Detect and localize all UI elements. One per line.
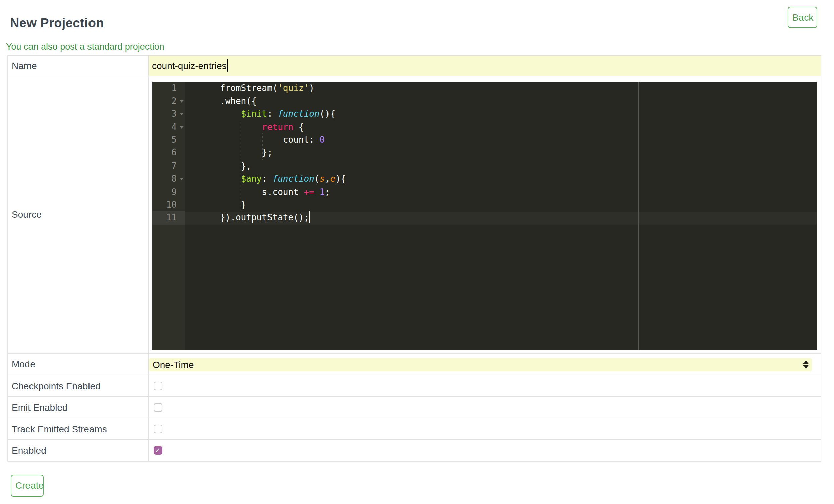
- source-row: Source 1 2 3 4 5 6 7 8 9 10 11: [8, 76, 820, 353]
- emit-enabled-checkbox[interactable]: [153, 403, 162, 412]
- fold-arrow-icon[interactable]: [180, 113, 184, 116]
- enabled-row: Enabled ✓: [8, 440, 820, 461]
- mode-select-value: One-Time: [153, 359, 194, 370]
- gutter-line-number: 6: [152, 147, 185, 159]
- checkpoints-enabled-checkbox[interactable]: [153, 381, 162, 390]
- mode-select[interactable]: One-Time: [149, 357, 812, 371]
- code-line: };: [220, 147, 816, 159]
- gutter-line-number: 10: [152, 198, 185, 212]
- mode-row: Mode One-Time: [8, 353, 820, 375]
- new-projection-page: New Projection Back You can also post a …: [0, 0, 834, 504]
- fold-arrow-icon[interactable]: [180, 178, 184, 180]
- code-line: fromStream('quiz'): [220, 82, 816, 94]
- projection-form-table: Name count-quiz-entries Source 1 2 3 4 5…: [7, 54, 821, 462]
- select-arrows-icon: [803, 360, 808, 369]
- code-line: $init: function(){: [220, 108, 816, 120]
- name-label: Name: [8, 55, 149, 76]
- gutter-line-number: 4: [152, 120, 185, 133]
- checkpoints-enabled-label: Checkpoints Enabled: [8, 375, 149, 396]
- code-line: count: 0: [220, 133, 816, 147]
- back-button[interactable]: Back: [788, 7, 817, 28]
- text-cursor: [227, 59, 228, 72]
- editor-content: fromStream('quiz') .when({ $init: functi…: [185, 82, 816, 350]
- enabled-checkbox[interactable]: ✓: [153, 446, 162, 455]
- name-row: Name count-quiz-entries: [8, 55, 820, 76]
- checkpoints-enabled-row: Checkpoints Enabled: [8, 375, 820, 397]
- fold-arrow-icon[interactable]: [180, 126, 184, 128]
- page-title: New Projection: [10, 16, 104, 30]
- name-input-value: count-quiz-entries: [152, 60, 226, 71]
- create-button[interactable]: Create: [11, 475, 44, 496]
- emit-enabled-row: Emit Enabled: [8, 397, 820, 418]
- code-line: }: [220, 198, 816, 212]
- gutter-line-number: 8: [152, 172, 185, 185]
- code-line: s.count += 1;: [220, 185, 816, 198]
- gutter-line-number: 2: [152, 94, 185, 108]
- editor-gutter: 1 2 3 4 5 6 7 8 9 10 11: [152, 82, 185, 350]
- gutter-line-number: 1: [152, 82, 185, 94]
- emit-enabled-label: Emit Enabled: [8, 397, 149, 418]
- gutter-line-number: 9: [152, 185, 185, 198]
- code-lines: fromStream('quiz') .when({ $init: functi…: [185, 82, 816, 224]
- code-line: }).outputState();: [220, 212, 816, 224]
- code-line: return {: [220, 120, 816, 133]
- code-line: },: [220, 159, 816, 173]
- code-line: .when({: [220, 94, 816, 108]
- editor-cursor: [309, 212, 310, 223]
- source-label: Source: [8, 76, 149, 353]
- mode-label: Mode: [8, 353, 149, 375]
- track-emitted-streams-checkbox[interactable]: [153, 424, 162, 433]
- gutter-line-number-active: 11: [152, 212, 185, 224]
- mode-cell: One-Time: [149, 353, 820, 375]
- name-input[interactable]: count-quiz-entries: [149, 55, 820, 76]
- gutter-line-number: 3: [152, 108, 185, 120]
- source-cell: 1 2 3 4 5 6 7 8 9 10 11: [149, 76, 820, 353]
- fold-arrow-icon[interactable]: [180, 100, 184, 103]
- standard-projection-link[interactable]: You can also post a standard projection: [6, 42, 164, 51]
- gutter-line-number: 7: [152, 159, 185, 173]
- source-code-editor[interactable]: 1 2 3 4 5 6 7 8 9 10 11: [152, 82, 816, 350]
- gutter-line-number: 5: [152, 133, 185, 147]
- track-emitted-streams-row: Track Emitted Streams: [8, 418, 820, 440]
- code-line: $any: function(s,e){: [220, 172, 816, 185]
- checkmark-icon: ✓: [155, 447, 160, 454]
- enabled-label: Enabled: [8, 440, 149, 461]
- track-emitted-streams-label: Track Emitted Streams: [8, 418, 149, 439]
